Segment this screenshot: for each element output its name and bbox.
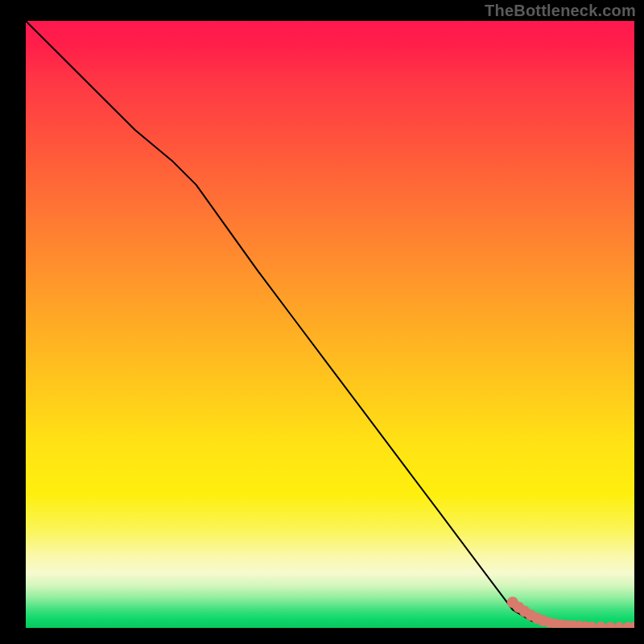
chart-overlay: [26, 21, 634, 628]
marker-group: [507, 597, 634, 628]
data-point: [596, 621, 605, 628]
curve-line: [26, 21, 634, 627]
chart-frame: TheBottleneck.com: [0, 0, 644, 644]
watermark-text: TheBottleneck.com: [485, 2, 636, 20]
data-point: [614, 622, 624, 629]
plot-area: [26, 21, 634, 628]
data-point: [605, 622, 615, 629]
